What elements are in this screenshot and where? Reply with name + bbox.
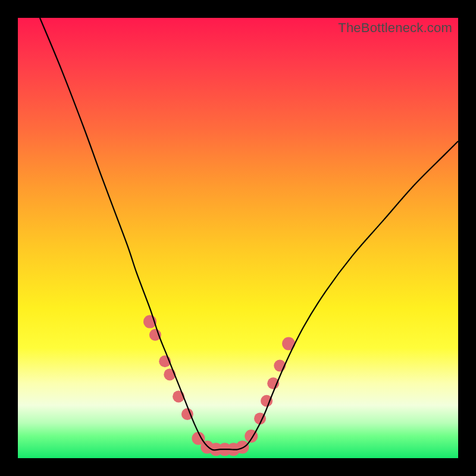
highlight-dot <box>236 441 249 454</box>
watermark-text: TheBottleneck.com <box>338 20 452 36</box>
bottleneck-curve <box>40 18 458 450</box>
chart-frame: TheBottleneck.com <box>18 18 458 458</box>
bottleneck-chart <box>18 18 458 458</box>
dots-layer <box>143 315 295 456</box>
